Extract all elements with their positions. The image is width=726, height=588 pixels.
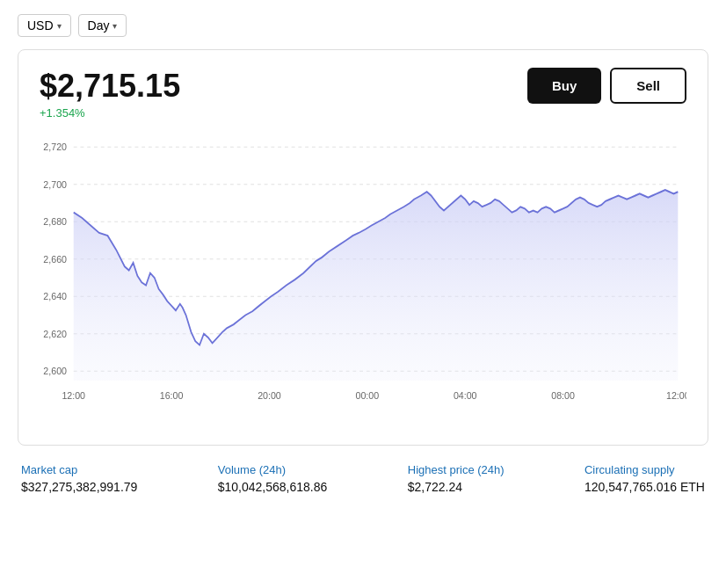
svg-text:04:00: 04:00 bbox=[454, 390, 477, 402]
stat-value-1: $10,042,568,618.86 bbox=[218, 480, 328, 494]
svg-text:20:00: 20:00 bbox=[258, 390, 281, 402]
stat-value-2: $2,722.24 bbox=[408, 480, 505, 494]
stat-label-2: Highest price (24h) bbox=[408, 463, 505, 476]
svg-text:2,680: 2,680 bbox=[43, 216, 67, 228]
stat-value-3: 120,547,765.016 ETH bbox=[584, 480, 705, 494]
buy-button[interactable]: Buy bbox=[527, 68, 601, 104]
chart-header: $2,715.15 +1.354% Buy Sell bbox=[40, 68, 686, 120]
top-controls: USD ▾ Day ▾ bbox=[18, 14, 708, 37]
svg-text:2,720: 2,720 bbox=[43, 142, 67, 153]
period-arrow: ▾ bbox=[113, 21, 117, 31]
period-label: Day bbox=[88, 18, 110, 33]
stat-value-0: $327,275,382,991.79 bbox=[21, 480, 137, 494]
sell-button[interactable]: Sell bbox=[610, 68, 686, 104]
svg-text:2,620: 2,620 bbox=[43, 329, 67, 340]
price-chart: 2,720 2,700 2,680 2,660 2,640 2,620 2,60… bbox=[40, 128, 686, 427]
svg-text:2,700: 2,700 bbox=[43, 179, 67, 191]
chart-area: 2,720 2,700 2,680 2,660 2,640 2,620 2,60… bbox=[40, 128, 686, 427]
currency-arrow: ▾ bbox=[57, 21, 62, 31]
price-change: +1.354% bbox=[40, 106, 180, 120]
stat-item-2: Highest price (24h)$2,722.24 bbox=[408, 463, 505, 494]
price-value: $2,715.15 bbox=[40, 68, 180, 105]
period-dropdown[interactable]: Day ▾ bbox=[78, 14, 127, 37]
svg-text:2,640: 2,640 bbox=[43, 291, 67, 302]
svg-text:12:00: 12:00 bbox=[62, 390, 85, 402]
stat-label-0: Market cap bbox=[21, 463, 137, 476]
price-block: $2,715.15 +1.354% bbox=[40, 68, 180, 120]
stat-label-1: Volume (24h) bbox=[218, 463, 328, 476]
svg-text:08:00: 08:00 bbox=[551, 390, 575, 402]
svg-text:2,600: 2,600 bbox=[43, 366, 67, 377]
currency-label: USD bbox=[27, 18, 54, 33]
stat-item-0: Market cap$327,275,382,991.79 bbox=[21, 463, 137, 494]
action-buttons: Buy Sell bbox=[527, 68, 686, 104]
svg-text:12:00: 12:00 bbox=[666, 390, 686, 402]
chart-card: $2,715.15 +1.354% Buy Sell bbox=[18, 49, 708, 446]
stat-item-1: Volume (24h)$10,042,568,618.86 bbox=[218, 463, 328, 494]
stats-row: Market cap$327,275,382,991.79Volume (24h… bbox=[18, 463, 708, 494]
stat-label-3: Circulating supply bbox=[584, 463, 705, 476]
svg-text:2,660: 2,660 bbox=[43, 254, 67, 265]
stat-item-3: Circulating supply120,547,765.016 ETH bbox=[584, 463, 705, 494]
svg-text:00:00: 00:00 bbox=[356, 390, 380, 402]
currency-dropdown[interactable]: USD ▾ bbox=[18, 14, 71, 37]
svg-text:16:00: 16:00 bbox=[160, 390, 184, 402]
